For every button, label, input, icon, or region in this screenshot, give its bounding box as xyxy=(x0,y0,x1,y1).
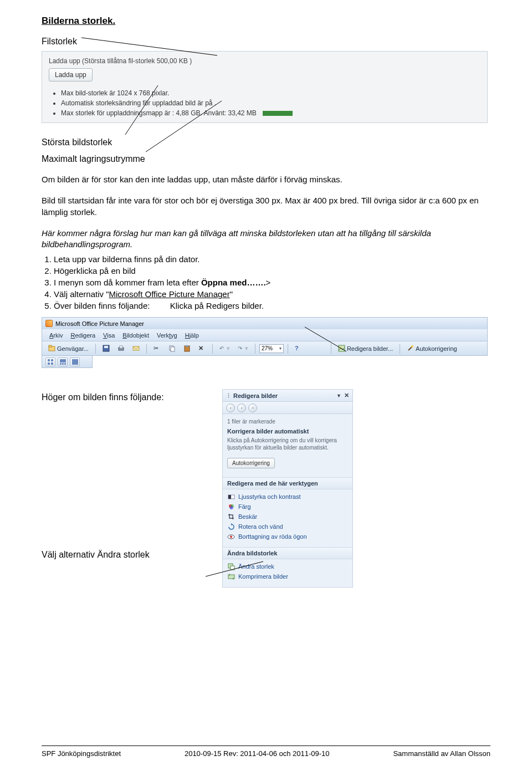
page-footer: SPF Jönköpingsdistriktet 2010-09-15 Rev:… xyxy=(42,746,490,758)
panel-nav: ‹ › ⌂ xyxy=(223,402,352,414)
step: Välj alternativ "Microsoft Office Pictur… xyxy=(54,288,490,300)
paragraph: Bild till startsidan får inte vara för s… xyxy=(42,195,490,218)
eye-icon xyxy=(227,533,235,540)
tool-redeye[interactable]: Borttagning av röda ögon xyxy=(227,532,348,542)
paragraph: Om bilden är för stor kan den inte ladda… xyxy=(42,174,490,185)
upload-info-item: Max storlek för uppladdningsmapp är : 4,… xyxy=(61,108,480,118)
storage-bar xyxy=(263,111,293,116)
footer-center: 2010-09-15 Rev: 2011-04-06 och 2011-09-1… xyxy=(185,749,330,758)
paragraph-italic: Här kommer några förslag hur man kan gå … xyxy=(42,228,490,251)
page-title: Bilderna storlek. xyxy=(42,16,490,27)
brightness-icon xyxy=(227,493,235,501)
home-icon[interactable]: ⌂ xyxy=(248,404,257,412)
tool-label: Ljusstyrka och kontrast xyxy=(238,493,301,500)
section-heading: Korrigera bilder automatiskt xyxy=(227,428,348,435)
upload-info-list: Max bild-storlek är 1024 x 768 pixlar. A… xyxy=(61,88,480,118)
tool-rotate[interactable]: Rotera och vänd xyxy=(227,522,348,532)
step: I menyn som då kommer fram leta efter Öp… xyxy=(54,277,490,288)
step-text: > xyxy=(266,278,271,287)
mopm-window: Microsoft Office Picture Manager Arkiv R… xyxy=(42,317,488,368)
step-underline: Microsoft Office Picture Manager xyxy=(109,289,230,299)
tool-brightness[interactable]: Ljusstyrka och kontrast xyxy=(227,492,348,502)
section-heading: Redigera med de här verktygen xyxy=(223,477,352,489)
tool-label: Rotera och vänd xyxy=(238,523,283,530)
tool-label: Beskär xyxy=(238,513,257,520)
autocorrect-btn[interactable]: Autokorrigering xyxy=(227,458,275,468)
step-bold: Öppna med……. xyxy=(201,278,266,287)
right-of-image-label: Höger om bilden finns följande: xyxy=(42,389,213,402)
callout-arrow xyxy=(42,548,319,592)
color-icon xyxy=(227,503,235,510)
files-marked: 1 filer är markerade xyxy=(227,418,348,425)
panel-titlebar: ⋮ Redigera bilder ▼ ✕ xyxy=(223,390,352,402)
tool-list: Ljusstyrka och kontrast Färg Beskär Rote… xyxy=(227,492,348,542)
footer-left: SPF Jönköpingsdistriktet xyxy=(42,749,121,758)
close-icon[interactable]: ✕ xyxy=(344,392,349,399)
step-text: Över bilden finns följande: xyxy=(54,301,150,310)
autocorrect-desc: Klicka på Autokorrigering om du vill kor… xyxy=(227,437,348,451)
tool-crop[interactable]: Beskär xyxy=(227,512,348,522)
footer-right: Sammanställd av Allan Olsson xyxy=(393,749,490,758)
upload-info-item: Automatisk storleksändring för uppladdad… xyxy=(61,98,480,108)
panel-title: Redigera bilder xyxy=(233,392,278,399)
upload-storage-text: Max storlek för uppladdningsmapp är : 4,… xyxy=(61,109,257,117)
step: Högerklicka på en bild xyxy=(54,265,490,277)
tool-label: Färg xyxy=(238,503,251,510)
svg-line-41 xyxy=(206,561,263,576)
step-text: Klicka på Redigers bilder. xyxy=(170,301,264,310)
crop-icon xyxy=(227,513,235,520)
callout-maxsize: Största bildstorlek xyxy=(42,137,490,147)
tool-label: Borttagning av röda ögon xyxy=(238,533,307,540)
upload-info-item: Max bild-storlek är 1024 x 768 pixlar. xyxy=(61,88,480,98)
svg-line-27 xyxy=(305,327,346,351)
svg-marker-33 xyxy=(231,523,233,525)
grip-icon: ⋮ xyxy=(226,393,231,399)
step: Leta upp var bilderna finns på din dator… xyxy=(54,253,490,265)
svg-rect-29 xyxy=(228,495,231,499)
rotate-icon xyxy=(227,523,235,530)
callout-maxstorage: Maximalt lagringsutrymme xyxy=(42,154,490,164)
svg-point-32 xyxy=(229,506,233,509)
forward-icon[interactable]: › xyxy=(237,404,246,412)
step: Över bilden finns följande: Klicka på Re… xyxy=(54,300,490,312)
upload-button[interactable]: Ladda upp xyxy=(49,68,93,81)
steps-list: Leta upp var bilderna finns på din dator… xyxy=(42,253,490,312)
svg-point-35 xyxy=(230,535,232,538)
step-text: Välj alternativ " xyxy=(54,289,109,299)
tool-color[interactable]: Färg xyxy=(227,502,348,512)
step-text: " xyxy=(230,289,233,299)
step-text: I menyn som då kommer fram leta efter xyxy=(54,278,201,287)
back-icon[interactable]: ‹ xyxy=(226,404,235,412)
chevron-down-icon[interactable]: ▼ xyxy=(336,393,341,399)
upload-title: Ladda upp (Största tillåtna fil-storlek … xyxy=(49,57,480,65)
callout-filesize: Filstorlek xyxy=(42,37,490,47)
upload-panel: Ladda upp (Största tillåtna fil-storlek … xyxy=(42,51,488,123)
callout-arrow xyxy=(42,317,488,372)
